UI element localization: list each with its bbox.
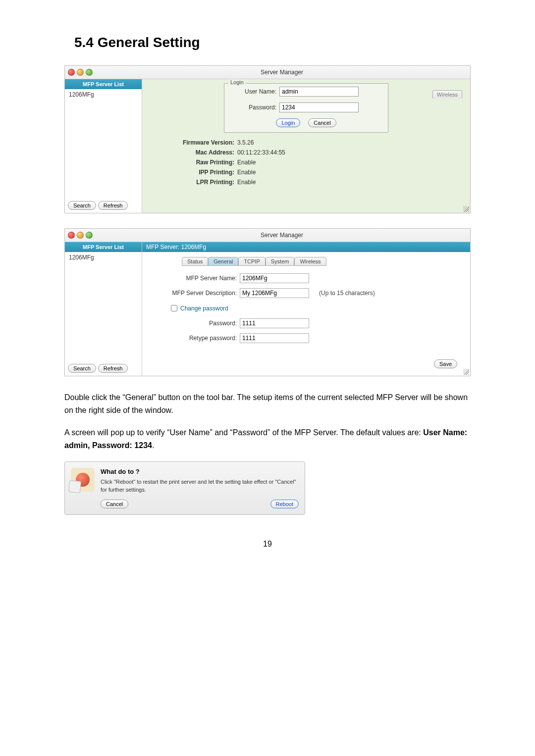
tab-wireless[interactable]: Wireless (294, 257, 326, 266)
password-input[interactable] (279, 102, 359, 112)
username-label: User Name: (229, 88, 276, 95)
content-header: MFP Server: 1206MFg (142, 242, 470, 252)
section-heading: 5.4 General Setting (74, 35, 471, 50)
tab-tcpip[interactable]: TCPIP (238, 257, 265, 266)
login-legend: Login (228, 79, 246, 85)
dialog-body: Click "Reboot" to restart the print serv… (101, 478, 299, 494)
window-titlebar: Server Manager (65, 229, 470, 242)
window-controls (68, 69, 93, 76)
dialog-reboot-button[interactable]: Reboot (270, 500, 299, 508)
refresh-button[interactable]: Refresh (98, 201, 128, 210)
search-button[interactable]: Search (68, 364, 96, 373)
body-paragraph-2: A screen will pop up to verify “User Nam… (64, 426, 471, 452)
lpr-value: Enable (237, 179, 256, 186)
zoom-icon[interactable] (86, 69, 93, 76)
sidebar-header: MFP Server List (65, 79, 142, 89)
username-input[interactable] (279, 87, 359, 97)
server-name-input[interactable] (240, 273, 309, 283)
firmware-label: Firmware Version: (161, 139, 234, 146)
tab-system[interactable]: System (266, 257, 295, 266)
sidebar-header: MFP Server List (65, 242, 142, 252)
window-titlebar: Server Manager (65, 66, 470, 79)
firmware-value: 3.5.26 (237, 139, 254, 146)
tab-wireless-bg: Wireless (432, 90, 462, 99)
dialog-app-icon (71, 468, 95, 492)
window-title: Server Manager (97, 232, 467, 239)
minimize-icon[interactable] (77, 69, 84, 76)
tab-row: Status General TCPIP System Wireless (182, 257, 470, 266)
password-label: Password: (229, 104, 276, 111)
tab-status[interactable]: Status (182, 257, 208, 266)
password-field[interactable] (240, 318, 309, 328)
search-button[interactable]: Search (68, 201, 96, 210)
raw-value: Enable (237, 159, 256, 166)
raw-label: Raw Printing: (161, 159, 234, 166)
login-button[interactable]: Login (276, 118, 300, 127)
close-icon[interactable] (68, 232, 75, 239)
server-name-label: MFP Server Name: (150, 275, 237, 282)
body-text: A screen will pop up to verify “User Nam… (64, 428, 423, 437)
page-number: 19 (64, 540, 471, 549)
mac-value: 00:11:22:33:44:55 (237, 149, 285, 156)
dialog-reboot: What do to ? Click "Reboot" to restart t… (64, 461, 305, 515)
screenshot-login: Server Manager MFP Server List 1206MFg S… (64, 65, 471, 213)
close-icon[interactable] (68, 69, 75, 76)
cancel-button[interactable]: Cancel (308, 118, 336, 127)
minimize-icon[interactable] (77, 232, 84, 239)
window-controls (68, 232, 93, 239)
retype-password-field[interactable] (240, 333, 309, 343)
ipp-label: IPP Printing: (161, 169, 234, 176)
sidebar-item-server[interactable]: 1206MFg (65, 89, 142, 100)
sidebar-item-server[interactable]: 1206MFg (65, 252, 142, 263)
save-button[interactable]: Save (434, 359, 457, 368)
resize-grip-icon[interactable] (463, 206, 469, 212)
server-desc-input[interactable] (240, 288, 309, 298)
server-desc-hint: (Up to 15 characters) (319, 290, 375, 297)
zoom-icon[interactable] (86, 232, 93, 239)
tab-general[interactable]: General (208, 257, 238, 266)
change-password-label: Change password (180, 305, 228, 312)
lpr-label: LPR Printing: (161, 179, 234, 186)
window-title: Server Manager (97, 69, 467, 76)
ipp-value: Enable (237, 169, 256, 176)
server-desc-label: MFP Server Description: (150, 290, 237, 297)
password-label: Password: (150, 320, 237, 327)
retype-password-label: Retype password: (150, 335, 237, 342)
resize-grip-icon[interactable] (463, 369, 469, 375)
login-panel: Login User Name: Password: Login Cancel (224, 83, 388, 133)
dialog-cancel-button[interactable]: Cancel (101, 500, 128, 508)
mac-label: Mac Address: (161, 149, 234, 156)
change-password-checkbox[interactable] (171, 305, 177, 311)
body-paragraph-1: Double click the “General” button on the… (64, 391, 471, 416)
dialog-title: What do to ? (101, 468, 299, 475)
refresh-button[interactable]: Refresh (98, 364, 128, 373)
screenshot-general: Server Manager MFP Server List 1206MFg S… (64, 228, 471, 376)
